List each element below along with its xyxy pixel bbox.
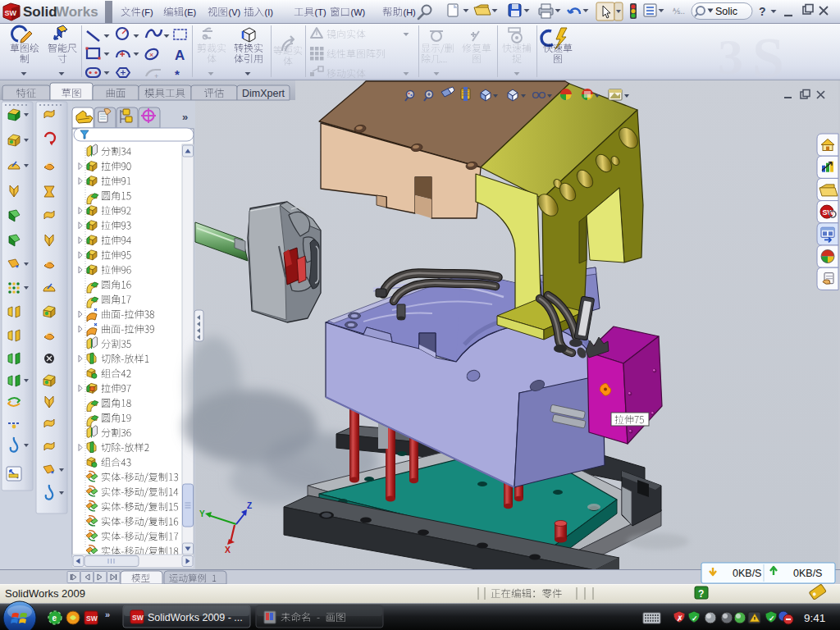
- svg-text:SW: SW: [5, 9, 17, 17]
- svg-text:*: *: [51, 469, 54, 477]
- svg-text:*: *: [16, 263, 19, 272]
- svg-text:⅍..: ⅍..: [673, 7, 685, 16]
- svg-text:Solid: Solid: [23, 4, 57, 20]
- svg-text:?: ?: [698, 588, 704, 600]
- svg-text:(E): (E): [185, 7, 197, 17]
- svg-text:X: X: [225, 545, 231, 555]
- svg-text:✓: ✓: [692, 614, 698, 623]
- svg-text:3: 3: [718, 29, 743, 84]
- svg-text:Y: Y: [199, 509, 205, 518]
- svg-text:SW: SW: [823, 208, 835, 217]
- svg-text:0KB/S: 0KB/S: [733, 568, 761, 579]
- svg-text:(V): (V): [229, 7, 241, 17]
- svg-text:S: S: [752, 26, 784, 89]
- svg-text:SW: SW: [86, 614, 98, 623]
- svg-text:(F): (F): [142, 7, 153, 17]
- svg-text:(W): (W): [351, 7, 366, 17]
- svg-text:DimXpert: DimXpert: [242, 88, 285, 99]
- svg-text:Solic: Solic: [715, 6, 737, 17]
- svg-text:Works: Works: [56, 4, 98, 20]
- svg-text:(I): (I): [265, 7, 273, 17]
- svg-text:*: *: [175, 67, 180, 81]
- svg-text:0KB/S: 0KB/S: [793, 568, 822, 579]
- svg-text:×: ×: [149, 51, 153, 59]
- svg-text:(T): (T): [315, 7, 326, 17]
- svg-text:+: +: [154, 72, 158, 80]
- svg-text:SolidWorks 2009 - ...: SolidWorks 2009 - ...: [148, 612, 243, 623]
- svg-text:A: A: [175, 48, 185, 63]
- svg-text:SolidWorks 2009: SolidWorks 2009: [5, 587, 85, 600]
- svg-text:9:41: 9:41: [804, 612, 825, 624]
- svg-text:»: »: [105, 609, 110, 619]
- svg-text:Z: Z: [247, 501, 252, 510]
- svg-text:»: »: [182, 111, 188, 123]
- svg-text:e: e: [52, 614, 57, 623]
- svg-text:✓: ✓: [769, 614, 775, 623]
- svg-text:(H): (H): [404, 7, 416, 17]
- svg-text:✗: ✗: [677, 614, 683, 623]
- svg-text:SW: SW: [132, 614, 144, 622]
- svg-text:?: ?: [759, 5, 766, 18]
